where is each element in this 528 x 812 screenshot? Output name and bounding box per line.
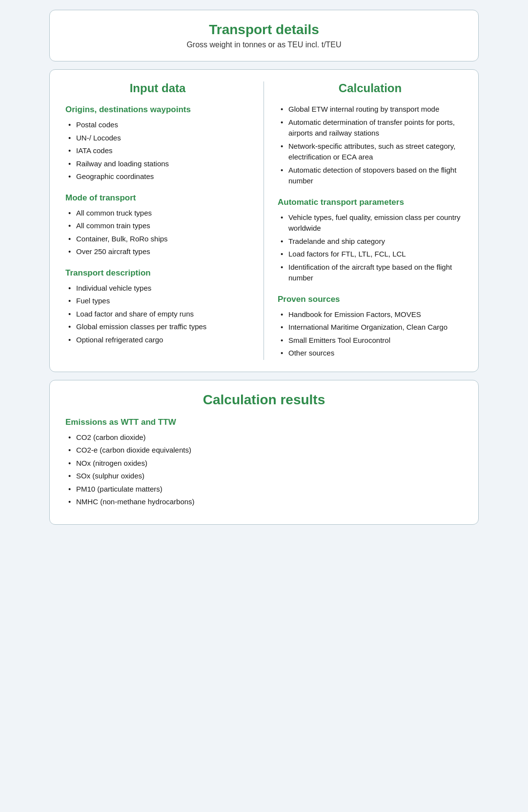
auto-transport-list: Vehicle types, fuel quality, emission cl… <box>278 211 463 285</box>
list-item: All common truck types <box>65 207 250 220</box>
list-item: Other sources <box>278 347 463 360</box>
list-item: SOx (sulphur oxides) <box>65 470 463 483</box>
list-item: Load factors for FTL, LTL, FCL, LCL <box>278 248 463 261</box>
list-item: Container, Bulk, RoRo ships <box>65 233 250 246</box>
list-item: Over 250 aircraft types <box>65 245 250 258</box>
calculation-heading: Calculation <box>278 81 463 95</box>
input-data-column: Input data Origins, destinations waypoin… <box>50 81 264 360</box>
list-item: CO2 (carbon dioxide) <box>65 431 463 444</box>
list-item: Railway and loading stations <box>65 158 250 171</box>
list-item: UN-/ Locodes <box>65 132 250 145</box>
auto-transport-heading: Automatic transport parameters <box>278 198 463 207</box>
emissions-list: CO2 (carbon dioxide) CO2-e (carbon dioxi… <box>65 431 463 509</box>
two-col-layout: Input data Origins, destinations waypoin… <box>50 81 478 360</box>
emissions-heading: Emissions as WTT and TTW <box>65 417 463 427</box>
list-item: Handbook for Emission Factors, MOVES <box>278 308 463 321</box>
list-item: International Maritime Organization, Cle… <box>278 321 463 334</box>
list-item: Individual vehicle types <box>65 282 250 295</box>
list-item: Load factor and share of empty runs <box>65 308 250 321</box>
middle-card: Input data Origins, destinations waypoin… <box>49 69 479 372</box>
list-item: Postal codes <box>65 119 250 132</box>
list-item: CO2-e (carbon dioxide equivalents) <box>65 444 463 457</box>
list-item: NOx (nitrogen oxides) <box>65 457 463 470</box>
list-item: PM10 (particulate matters) <box>65 483 463 496</box>
list-item: Fuel types <box>65 295 250 308</box>
transport-details-subtitle: Gross weight in tonnes or as TEU incl. t… <box>65 40 463 49</box>
list-item: Automatic detection of stopovers based o… <box>278 164 463 188</box>
transport-desc-section-heading: Transport description <box>65 268 250 278</box>
mode-list: All common truck types All common train … <box>65 207 250 258</box>
transport-desc-list: Individual vehicle types Fuel types Load… <box>65 282 250 347</box>
results-card: Calculation results Emissions as WTT and… <box>49 380 479 525</box>
origins-section-heading: Origins, destinations waypoints <box>65 105 250 115</box>
list-item: All common train types <box>65 219 250 233</box>
list-item: Geographic coordinates <box>65 170 250 183</box>
transport-details-card: Transport details Gross weight in tonnes… <box>49 10 479 61</box>
list-item: Optional refrigerated cargo <box>65 334 250 347</box>
list-item: NMHC (non-methane hydrocarbons) <box>65 495 463 509</box>
transport-details-title: Transport details <box>65 22 463 38</box>
list-item: Global emission classes per traffic type… <box>65 320 250 334</box>
page-container: Transport details Gross weight in tonnes… <box>49 10 479 525</box>
proven-sources-heading: Proven sources <box>278 295 463 304</box>
origins-list: Postal codes UN-/ Locodes IATA codes Rai… <box>65 119 250 183</box>
list-item: IATA codes <box>65 144 250 158</box>
results-title: Calculation results <box>65 392 463 408</box>
list-item: Vehicle types, fuel quality, emission cl… <box>278 211 463 235</box>
calc-main-list: Global ETW internal routing by transport… <box>278 103 463 188</box>
list-item: Identification of the aircraft type base… <box>278 261 463 285</box>
list-item: Network-specific attributes, such as str… <box>278 140 463 164</box>
input-data-heading: Input data <box>65 81 250 95</box>
list-item: Small Emitters Tool Eurocontrol <box>278 334 463 347</box>
calculation-column: Calculation Global ETW internal routing … <box>264 81 478 360</box>
list-item: Global ETW internal routing by transport… <box>278 103 463 116</box>
list-item: Tradelande and ship category <box>278 235 463 248</box>
list-item: Automatic determination of transfer poin… <box>278 116 463 140</box>
mode-section-heading: Mode of transport <box>65 193 250 203</box>
proven-sources-list: Handbook for Emission Factors, MOVES Int… <box>278 308 463 360</box>
